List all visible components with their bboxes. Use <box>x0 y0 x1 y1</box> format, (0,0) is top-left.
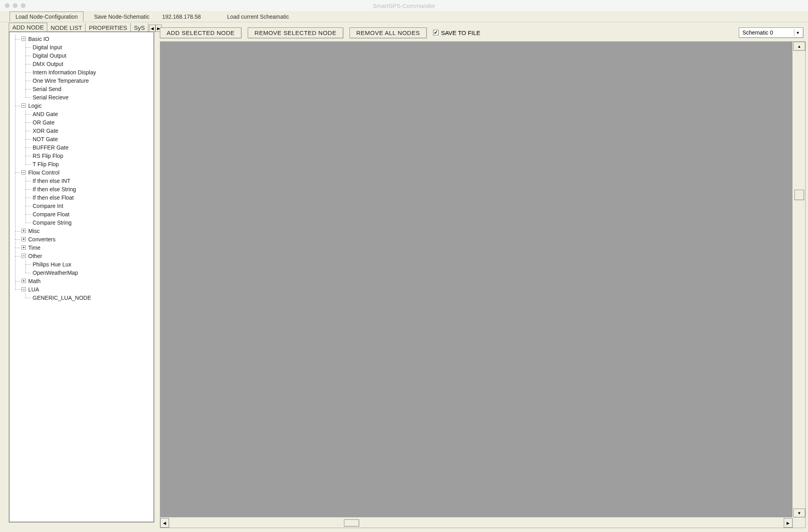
tree-node[interactable]: +Math <box>11 277 152 285</box>
maximize-icon[interactable] <box>21 3 25 8</box>
tree-node[interactable]: −Other <box>11 252 152 260</box>
remove-all-nodes-button[interactable]: REMOVE ALL NODES <box>350 27 427 38</box>
vscroll-track[interactable] <box>793 50 805 509</box>
tree-node[interactable]: −Logic <box>11 101 152 110</box>
schematic-canvas[interactable] <box>160 42 792 517</box>
tree-node-label: GENERIC_LUA_NODE <box>33 295 91 301</box>
tree-node-label: Basic IO <box>28 36 49 42</box>
tree-node[interactable]: +Time <box>11 243 152 252</box>
tree-node-label: Time <box>28 245 41 251</box>
tab-node-list[interactable]: NODE LIST <box>47 23 85 32</box>
tab-scroll-left-icon[interactable]: ◀ <box>149 25 155 32</box>
collapse-icon[interactable]: − <box>21 254 26 258</box>
menu-item-0[interactable]: Load Node-Configuration <box>10 12 84 21</box>
tree-node-label: Digital Input <box>33 44 62 50</box>
tree-node[interactable]: XOR Gate <box>11 126 152 135</box>
tree-node[interactable]: Philips Hue Lux <box>11 260 152 268</box>
tree-node[interactable]: +Converters <box>11 235 152 243</box>
scroll-right-icon[interactable]: ▶ <box>784 518 792 528</box>
add-selected-node-button[interactable]: ADD SELECTED NODE <box>160 27 241 38</box>
menu-item-3[interactable]: Load current Scheamatic <box>218 12 294 21</box>
schematic-select[interactable]: Schematic 0 ▼ <box>739 27 803 38</box>
tree-node[interactable]: If then else Float <box>11 193 152 202</box>
tree-node-label: Compare Int <box>33 203 63 209</box>
collapse-icon[interactable]: − <box>21 170 26 175</box>
schematic-canvas-wrap: ▲ ▼ ◀ ▶ <box>160 41 806 528</box>
tree-node[interactable]: −Flow Control <box>11 168 152 177</box>
tree-node[interactable]: If then else INT <box>11 177 152 185</box>
menu-item-2[interactable]: 192.168.178.58 <box>154 12 218 21</box>
hscroll-thumb[interactable] <box>344 519 359 526</box>
node-tree[interactable]: −Basic IODigital InputDigital OutputDMX … <box>9 31 154 522</box>
tree-node[interactable]: AND Gate <box>11 110 152 118</box>
tree-node[interactable]: T Flip Flop <box>11 160 152 168</box>
horizontal-scrollbar[interactable]: ◀ ▶ <box>160 518 792 528</box>
tree-node[interactable]: Serial Send <box>11 85 152 93</box>
menu-item-1[interactable]: Save Node-Schematic <box>84 12 154 21</box>
tree-node-label: If then else Float <box>33 194 74 201</box>
tree-node-label: Serial Send <box>33 86 61 92</box>
hscroll-track[interactable] <box>169 518 784 528</box>
toolbar: ADD SELECTED NODE REMOVE SELECTED NODE R… <box>160 26 806 39</box>
minimize-icon[interactable] <box>13 3 17 8</box>
tree-node-label: Digital Output <box>33 52 66 59</box>
checkbox-icon[interactable]: ✔ <box>433 30 439 35</box>
tree-node[interactable]: −Basic IO <box>11 35 152 43</box>
save-to-file-checkbox[interactable]: ✔ SAVE TO FILE <box>433 29 480 36</box>
tree-node[interactable]: RS Flip Flop <box>11 151 152 160</box>
tree-node[interactable]: If then else String <box>11 185 152 193</box>
tree-node[interactable]: OpenWeatherMap <box>11 268 152 277</box>
tree-node-label: If then else String <box>33 186 76 192</box>
menubar: Load Node-ConfigurationSave Node-Schemat… <box>0 11 808 22</box>
tree-node[interactable]: Intern Information Display <box>11 68 152 76</box>
tree-node[interactable]: NOT Gate <box>11 135 152 143</box>
tree-node-label: Philips Hue Lux <box>33 261 71 268</box>
tree-node-label: If then else INT <box>33 178 70 184</box>
tree-node-label: Intern Information Display <box>33 69 96 76</box>
left-panel: ADD NODENODE LISTPROPERTIESSyS◀▶ −Basic … <box>0 22 156 532</box>
tree-node[interactable]: One Wire Temperature <box>11 76 152 85</box>
collapse-icon[interactable]: − <box>21 287 26 291</box>
tree-node[interactable]: DMX Output <box>11 60 152 68</box>
titlebar: SmartSPS-Commander <box>0 0 808 11</box>
tab-sys[interactable]: SyS <box>131 23 149 32</box>
tree-node-label: BUFFER Gate <box>33 144 68 151</box>
tree-node-label: XOR Gate <box>33 128 58 134</box>
tree-node-label: Misc <box>28 228 40 234</box>
tree-node-label: LUA <box>28 286 39 293</box>
tree-node-label: One Wire Temperature <box>33 78 89 84</box>
tab-row: ADD NODENODE LISTPROPERTIESSyS◀▶ <box>9 22 156 32</box>
collapse-icon[interactable]: − <box>21 103 26 108</box>
schematic-select-value: Schematic 0 <box>742 29 773 36</box>
tree-node[interactable]: Compare String <box>11 218 152 227</box>
tree-node[interactable]: OR Gate <box>11 118 152 126</box>
expand-icon[interactable]: + <box>21 237 26 241</box>
collapse-icon[interactable]: − <box>21 37 26 41</box>
tab-add-node[interactable]: ADD NODE <box>9 23 47 32</box>
tree-node-label: Flow Control <box>28 169 60 176</box>
tree-node[interactable]: Digital Input <box>11 43 152 51</box>
tree-node[interactable]: GENERIC_LUA_NODE <box>11 293 152 302</box>
tree-node-label: Compare Float <box>33 211 70 217</box>
tree-node[interactable]: Compare Float <box>11 210 152 218</box>
scroll-up-icon[interactable]: ▲ <box>793 42 805 50</box>
tree-node[interactable]: +Misc <box>11 227 152 235</box>
tree-node[interactable]: Digital Output <box>11 51 152 60</box>
tab-properties[interactable]: PROPERTIES <box>85 23 130 32</box>
tree-node-label: DMX Output <box>33 61 63 67</box>
scroll-left-icon[interactable]: ◀ <box>160 518 169 528</box>
remove-selected-node-button[interactable]: REMOVE SELECTED NODE <box>248 27 343 38</box>
close-icon[interactable] <box>5 3 10 8</box>
tree-node-label: Logic <box>28 103 41 109</box>
vertical-scrollbar[interactable]: ▲ ▼ <box>793 42 805 517</box>
expand-icon[interactable]: + <box>21 245 26 250</box>
tree-node[interactable]: Compare Int <box>11 202 152 210</box>
scroll-down-icon[interactable]: ▼ <box>793 509 805 517</box>
save-to-file-label: SAVE TO FILE <box>441 29 480 36</box>
tree-node[interactable]: Serial Recieve <box>11 93 152 101</box>
expand-icon[interactable]: + <box>21 279 26 283</box>
tree-node[interactable]: −LUA <box>11 285 152 293</box>
tree-node[interactable]: BUFFER Gate <box>11 143 152 151</box>
expand-icon[interactable]: + <box>21 229 26 233</box>
vscroll-thumb[interactable] <box>794 190 804 200</box>
